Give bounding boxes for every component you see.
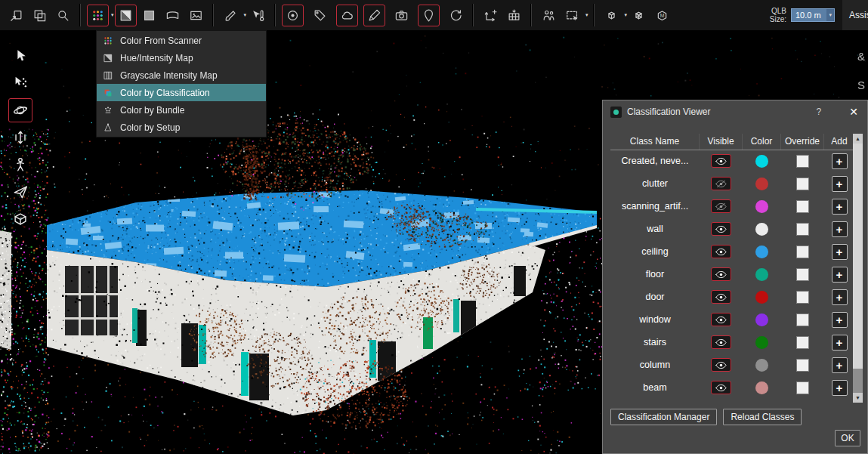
menu-item-color-from-scanner[interactable]: Color From Scanner [97,32,266,49]
class-color-swatch[interactable] [755,200,768,213]
add-to-class-button[interactable]: + [832,176,848,192]
select-tool-button[interactable] [8,44,32,68]
point-color-mode-button[interactable] [87,5,109,26]
add-to-class-button[interactable]: + [832,335,848,351]
visibility-toggle[interactable] [711,358,731,372]
scrollbar[interactable]: ▲ ▼ [853,134,863,403]
qlb-size-select[interactable]: 10.0 m ▾ [791,8,835,22]
visibility-toggle[interactable] [711,290,731,304]
ok-button[interactable]: OK [835,430,860,446]
clipping-tool-button[interactable] [8,207,32,231]
collaboration-button[interactable] [538,5,560,26]
visibility-toggle[interactable] [711,199,731,213]
classification-color-button[interactable] [115,5,137,26]
volume-box-button[interactable] [628,5,650,26]
scrollbar-thumb[interactable] [853,144,863,369]
brush-dropdown-arrow[interactable]: ▾ [244,12,247,18]
tag-tool-button[interactable] [309,5,331,26]
probe-tool-button[interactable] [247,5,269,26]
class-color-swatch[interactable] [755,178,768,190]
class-color-swatch[interactable] [755,359,768,372]
class-color-swatch[interactable] [755,223,768,236]
rotate-scans-button[interactable] [445,5,467,26]
add-to-class-button[interactable]: + [832,199,848,215]
point-select-tool-button[interactable] [8,71,32,95]
duplicate-view-button[interactable] [29,5,51,26]
transform-tool-button[interactable] [480,5,502,26]
placemark-button[interactable] [418,5,440,26]
clipping-box-button[interactable] [601,5,622,26]
menu-item-color-by-bundle[interactable]: Color by Bundle [97,101,266,119]
close-button[interactable]: ✕ [849,106,858,118]
add-to-class-button[interactable]: + [832,153,848,169]
add-to-class-button[interactable]: + [832,221,848,237]
selection-box-button[interactable] [561,5,583,26]
model-box-button[interactable] [651,5,673,26]
partial-panel-icon-2[interactable]: S [857,79,868,91]
window-title-bar[interactable]: Classification Viewer ? ✕ [603,100,867,123]
scroll-up-button[interactable]: ▲ [853,134,863,144]
partial-panel-icon-1[interactable]: & [857,50,868,63]
assistant-panel-header[interactable]: Assis [842,0,868,30]
walkthrough-tool-button[interactable] [8,153,32,177]
export-region-button[interactable] [503,5,525,26]
menu-item-color-by-classification[interactable]: Color by Classification [97,84,266,101]
override-checkbox[interactable] [796,313,809,326]
menu-item-grayscale-intensity-map[interactable]: Grayscale Intensity Map [97,66,266,84]
visibility-toggle[interactable] [711,222,731,236]
override-checkbox[interactable] [796,359,809,372]
add-to-class-button[interactable]: + [832,289,848,305]
screenshot-button[interactable] [391,5,412,26]
visibility-toggle[interactable] [711,154,731,168]
class-color-swatch[interactable] [755,155,768,168]
add-to-class-button[interactable]: + [832,267,848,283]
class-color-swatch[interactable] [755,381,768,394]
help-button[interactable]: ? [817,107,822,117]
visibility-toggle[interactable] [711,267,731,281]
override-checkbox[interactable] [796,178,809,190]
override-checkbox[interactable] [796,200,809,213]
visibility-toggle[interactable] [711,313,731,326]
class-color-swatch[interactable] [755,313,768,326]
override-checkbox[interactable] [796,381,809,394]
classification-manager-button[interactable]: Classification Manager [610,409,717,425]
visibility-toggle[interactable] [711,381,731,394]
brush-tool-button[interactable] [220,5,242,26]
override-checkbox[interactable] [796,155,809,168]
fly-tool-button[interactable] [8,180,32,204]
selection-dropdown-arrow[interactable]: ▾ [585,12,588,18]
color-mode-dropdown-arrow[interactable]: ▾ [111,12,114,18]
panorama-view-button[interactable] [162,5,184,26]
zoom-area-button[interactable] [52,5,74,26]
override-checkbox[interactable] [796,246,809,258]
qlb-dropdown-arrow[interactable]: ▾ [826,9,834,21]
smart-pick-button[interactable] [282,5,304,26]
override-checkbox[interactable] [796,336,809,349]
add-to-class-button[interactable]: + [832,312,848,328]
visibility-toggle[interactable] [711,177,731,190]
override-checkbox[interactable] [796,223,809,236]
image-view-button[interactable] [185,5,207,26]
reload-classes-button[interactable]: Reload Classes [723,409,802,425]
import-scans-button[interactable] [5,5,27,26]
add-to-class-button[interactable]: + [832,357,848,373]
override-checkbox[interactable] [796,268,809,281]
point-cloud-button[interactable] [336,5,358,26]
menu-item-color-by-setup[interactable]: Color by Setup [97,119,266,136]
add-to-class-button[interactable]: + [832,244,848,260]
grayscale-view-button[interactable] [138,5,160,26]
class-color-swatch[interactable] [755,268,768,281]
scroll-down-button[interactable]: ▼ [853,393,863,403]
clipping-dropdown-arrow[interactable]: ▾ [625,12,628,18]
class-color-swatch[interactable] [755,291,768,304]
override-checkbox[interactable] [796,291,809,304]
level-tool-button[interactable] [8,125,32,150]
class-color-swatch[interactable] [755,246,768,258]
add-to-class-button[interactable]: + [832,380,848,396]
visibility-toggle[interactable] [711,245,731,258]
menu-item-hue-intensity-map[interactable]: Hue/Intensity Map [97,49,266,66]
visibility-toggle[interactable] [711,335,731,349]
annotate-pen-button[interactable] [363,5,385,26]
orbit-tool-button[interactable] [8,98,32,122]
class-color-swatch[interactable] [755,336,768,349]
